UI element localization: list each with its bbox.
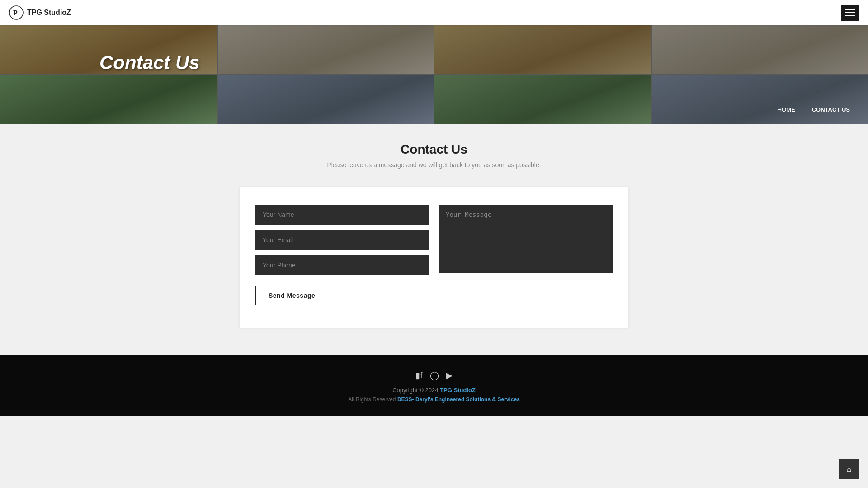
credit-prefix: All Rights Reserved	[348, 396, 397, 403]
svg-text:P: P	[13, 9, 18, 17]
message-textarea[interactable]	[439, 205, 613, 273]
site-header: P TPG StudioZ	[0, 0, 868, 25]
footer-brand: TPG StudioZ	[440, 387, 476, 394]
section-subtitle: Please leave us a message and we will ge…	[9, 161, 859, 169]
footer-credit: All Rights Reserved DESS- Deryl's Engine…	[9, 396, 859, 403]
name-input[interactable]	[255, 205, 429, 225]
breadcrumb-separator: —	[801, 106, 807, 113]
hamburger-line-2	[845, 12, 855, 13]
youtube-icon[interactable]: ▶	[446, 371, 453, 380]
form-layout	[255, 205, 613, 275]
form-left-column	[255, 205, 429, 275]
section-title: Contact Us	[9, 142, 859, 157]
credit-brand: DESS- Deryl's Engineered Solutions & Ser…	[397, 396, 520, 403]
breadcrumb-current: CONTACT US	[812, 106, 850, 113]
instagram-icon[interactable]: ◯	[430, 371, 439, 380]
breadcrumb-home-link[interactable]: HOME	[778, 106, 795, 113]
hamburger-line-3	[845, 15, 855, 16]
contact-form-card: Send Message	[240, 187, 628, 328]
social-icons: ▮f ◯ ▶	[9, 371, 859, 380]
hamburger-line-1	[845, 9, 855, 10]
email-input[interactable]	[255, 230, 429, 250]
main-content: Contact Us Please leave us a message and…	[0, 124, 868, 355]
logo[interactable]: P TPG StudioZ	[9, 5, 71, 20]
hero-banner: Contact Us HOME — CONTACT US	[0, 25, 868, 124]
contact-form: Send Message	[255, 205, 613, 305]
breadcrumb: HOME — CONTACT US	[778, 106, 850, 113]
facebook-icon[interactable]: ▮f	[415, 371, 422, 380]
form-right-column	[439, 205, 613, 275]
hamburger-button[interactable]	[841, 5, 859, 21]
phone-input[interactable]	[255, 255, 429, 275]
site-footer: ▮f ◯ ▶ Copyright © 2024 TPG StudioZ All …	[0, 355, 868, 416]
logo-icon: P	[9, 5, 24, 20]
hero-overlay: Contact Us	[0, 25, 868, 124]
logo-text: TPG StudioZ	[27, 9, 71, 17]
copyright-prefix: Copyright © 2024	[392, 387, 440, 394]
send-message-button[interactable]: Send Message	[255, 286, 328, 305]
hero-title: Contact Us	[99, 52, 200, 74]
footer-copyright: Copyright © 2024 TPG StudioZ	[9, 387, 859, 394]
